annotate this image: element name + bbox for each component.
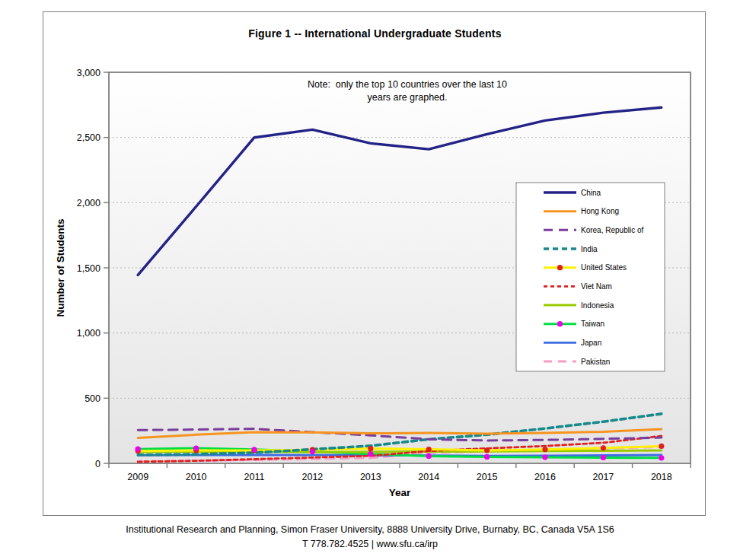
series-marker-taiwan <box>193 446 199 451</box>
y-axis-title: Number of Students <box>55 218 66 317</box>
series-marker-taiwan <box>484 454 490 460</box>
series-marker-taiwan <box>368 451 373 457</box>
x-tick-label-2013: 2013 <box>360 472 381 482</box>
series-marker-united-states <box>368 446 373 451</box>
series-marker-taiwan <box>542 455 547 460</box>
x-tick-label-2009: 2009 <box>127 472 148 482</box>
y-tick-label-3-000: 3,000 <box>77 68 100 78</box>
y-tick-label-2-500: 2,500 <box>77 132 100 143</box>
series-marker-taiwan <box>136 447 141 452</box>
legend-marker-sample <box>557 265 563 270</box>
note-line-2: years are graphed. <box>255 92 560 103</box>
x-axis-title: Year <box>109 487 691 498</box>
legend-label: India <box>581 245 598 253</box>
y-tick-label-500: 500 <box>85 393 100 404</box>
legend-marker-sample <box>557 321 563 326</box>
x-tick-label-2011: 2011 <box>244 472 265 482</box>
series-marker-united-states <box>542 447 547 452</box>
legend-label: Hong Kong <box>581 207 619 215</box>
x-tick-label-2017: 2017 <box>592 472 614 482</box>
x-tick-label-2016: 2016 <box>534 472 556 482</box>
series-marker-united-states <box>484 447 490 453</box>
series-marker-taiwan <box>659 455 664 460</box>
series-marker-taiwan <box>601 455 606 460</box>
y-tick-label-1-500: 1,500 <box>77 263 100 274</box>
x-tick-label-2010: 2010 <box>186 472 207 482</box>
series-marker-taiwan <box>310 449 315 454</box>
legend-label: Indonesia <box>581 301 614 310</box>
x-tick-label-2012: 2012 <box>301 472 323 482</box>
series-marker-united-states <box>601 445 606 450</box>
footer-contact: T 778.782.4525 | www.sfu.ca/irp <box>0 539 740 549</box>
page: Figure 1 -- International Undergraduate … <box>0 0 740 560</box>
footer-address: Institutional Research and Planning, Sim… <box>0 524 740 535</box>
y-tick-label-2-000: 2,000 <box>77 198 100 208</box>
y-tick-label-1-000: 1,000 <box>77 328 100 339</box>
legend-label: Viet Nam <box>581 282 612 291</box>
series-marker-united-states <box>426 447 432 452</box>
legend-label: Taiwan <box>581 320 604 328</box>
series-marker-united-states <box>659 444 664 449</box>
note-line-1: Note: only the top 10 countries over the… <box>255 79 560 90</box>
x-tick-label-2014: 2014 <box>418 472 439 482</box>
legend-label: United States <box>581 263 627 272</box>
x-tick-label-2018: 2018 <box>651 472 672 482</box>
x-tick-label-2015: 2015 <box>477 472 498 482</box>
legend-label: China <box>581 189 601 197</box>
legend-label: Korea, Republic of <box>581 226 643 234</box>
legend-label: Japan <box>581 339 601 347</box>
legend-label: Pakistan <box>581 358 610 366</box>
series-marker-taiwan <box>251 447 257 452</box>
series-marker-taiwan <box>426 453 432 459</box>
y-tick-label-0: 0 <box>95 459 100 469</box>
